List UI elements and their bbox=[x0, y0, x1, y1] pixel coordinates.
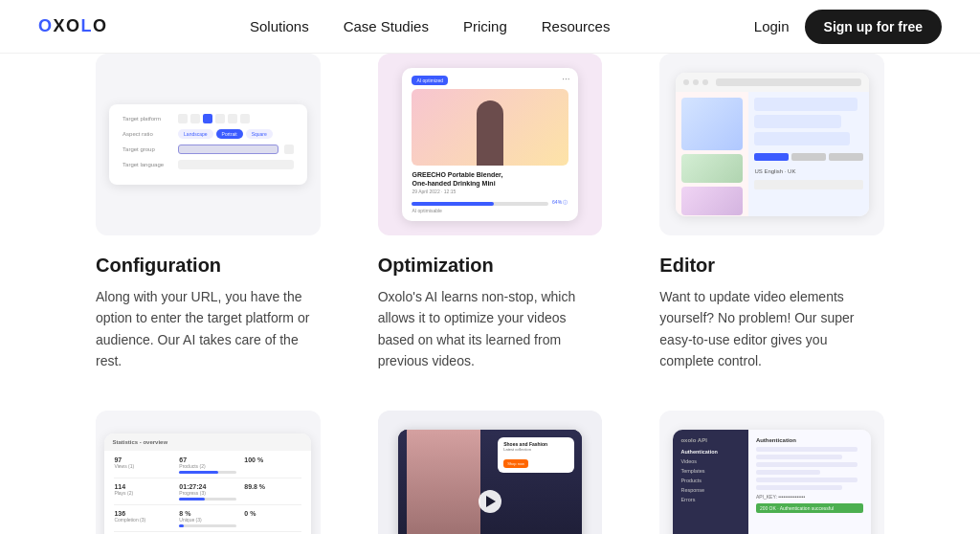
pill-landscape: Landscape bbox=[178, 129, 212, 139]
nav-case-studies[interactable]: Case Studies bbox=[344, 18, 429, 34]
mock-product-name: GREECHO Portable Blender, bbox=[412, 171, 568, 178]
pill-portrait: Portrait bbox=[216, 129, 243, 139]
nav-resources[interactable]: Resources bbox=[542, 18, 611, 34]
feature-card-api: oxolo API Authentication Videos Template… bbox=[659, 411, 884, 534]
nav-solutions[interactable]: Solutions bbox=[250, 18, 309, 34]
mock-editor-header bbox=[676, 73, 869, 92]
card-image-api: oxolo API Authentication Videos Template… bbox=[659, 411, 884, 534]
mock-player-video: Shoes and Fashion Latest collection Shop… bbox=[398, 430, 582, 534]
card-image-editor: US English · UK bbox=[659, 54, 884, 235]
mock-overlay-info: Shoes and Fashion Latest collection Shop… bbox=[498, 437, 574, 473]
features-grid: Target platform Aspect ratio bbox=[96, 54, 884, 534]
card-image-optimization: AI optimized ··· GREECHO Portable Blende… bbox=[378, 54, 603, 235]
pill-square: Square bbox=[246, 129, 273, 139]
logo[interactable]: OXOLO bbox=[38, 16, 106, 36]
feature-card-configuration: Target platform Aspect ratio bbox=[96, 54, 321, 372]
mock-code-line-5 bbox=[756, 478, 858, 482]
mock-editor-left-panel bbox=[676, 92, 749, 216]
mock-api-menu-videos: Videos bbox=[680, 458, 740, 464]
feature-card-optimization: AI optimized ··· GREECHO Portable Blende… bbox=[378, 54, 603, 372]
nav-pricing[interactable]: Pricing bbox=[463, 18, 507, 34]
mock-ai-badge: AI optimized bbox=[412, 76, 448, 85]
mock-code-line-2 bbox=[756, 455, 842, 459]
mock-ana-row-2: 114 Plays (2) 01:27:24 Progress (3) 89.8… bbox=[114, 483, 301, 505]
mock-api: oxolo API Authentication Videos Template… bbox=[673, 430, 871, 534]
feature-title-optimization: Optimization bbox=[378, 255, 603, 277]
feature-desc-configuration: Along with your URL, you have the option… bbox=[96, 286, 321, 372]
mock-optim-image bbox=[412, 89, 568, 166]
mock-ana-row-1: 97 Views (1) 67 Products (2) 100 % bbox=[114, 456, 301, 478]
mock-api-menu-templates: Templates bbox=[680, 468, 740, 474]
mock-ana-perc-1: 67 bbox=[179, 456, 236, 463]
mock-api-menu-products: Products bbox=[680, 478, 740, 483]
signup-button[interactable]: Sign up for free bbox=[805, 10, 942, 44]
mock-dot-3 bbox=[702, 79, 708, 85]
mock-date: 29 April 2022 · 12:15 bbox=[412, 189, 568, 194]
mock-api-body: oxolo API Authentication Videos Template… bbox=[673, 430, 871, 534]
mock-code-line-4 bbox=[756, 470, 820, 475]
nav-actions: Login Sign up for free bbox=[754, 10, 942, 44]
mock-api-menu-response: Response bbox=[680, 487, 740, 493]
login-button[interactable]: Login bbox=[754, 18, 790, 34]
mock-code-line-3 bbox=[756, 462, 858, 467]
mock-editor: US English · UK bbox=[676, 73, 869, 216]
feature-title-configuration: Configuration bbox=[96, 255, 321, 277]
mock-api-menu-errors: Errors bbox=[680, 497, 740, 502]
card-image-video-player: Shoes and Fashion Latest collection Shop… bbox=[378, 411, 603, 534]
feature-desc-optimization: Oxolo's AI learns non-stop, which allows… bbox=[378, 286, 603, 372]
mock-label-platform: Target platform bbox=[122, 116, 172, 122]
feature-card-video-player: Shoes and Fashion Latest collection Shop… bbox=[378, 411, 603, 534]
mock-api-success-bar: 200 OK · Authentication successful bbox=[756, 503, 863, 513]
mock-ana-num-1: 97 bbox=[114, 456, 171, 463]
mock-code-line-6 bbox=[756, 485, 842, 490]
mock-analytics: Statistics - overview 97 Views (1) 67 Pr… bbox=[104, 434, 311, 534]
card-image-configuration: Target platform Aspect ratio bbox=[96, 54, 321, 235]
mock-pills-aspect: Landscape Portrait Square bbox=[178, 129, 273, 139]
mock-code-line-1 bbox=[756, 447, 858, 452]
feature-card-analytics: Statistics - overview 97 Views (1) 67 Pr… bbox=[96, 411, 321, 534]
mock-configuration: Target platform Aspect ratio bbox=[109, 104, 306, 185]
feature-desc-editor: Want to update video elements yourself? … bbox=[659, 286, 884, 372]
mock-product-name2: One-handed Drinking Mini bbox=[412, 180, 568, 187]
mock-analytics-title: Statistics - overview bbox=[112, 439, 167, 445]
mock-ana-row-3: 136 Completion (3) 8 % Unique (3) 0 % bbox=[114, 510, 301, 532]
feature-title-editor: Editor bbox=[659, 255, 884, 277]
mock-editor-body: US English · UK bbox=[676, 92, 869, 216]
mock-label-group: Target group bbox=[122, 146, 172, 152]
mock-api-content: Authentication API_KEY: ••••••••••••••••… bbox=[748, 430, 871, 534]
mock-label-aspect: Aspect ratio bbox=[122, 131, 172, 137]
mock-analytics-header: Statistics - overview bbox=[104, 434, 311, 451]
navbar: OXOLO Solutions Case Studies Pricing Res… bbox=[0, 0, 980, 54]
mock-dot-1 bbox=[683, 79, 689, 85]
main-content: Target platform Aspect ratio bbox=[0, 54, 980, 534]
mock-play-button[interactable] bbox=[479, 490, 501, 513]
feature-card-editor: US English · UK Editor Want to update vi… bbox=[659, 54, 884, 372]
mock-analytics-body: 97 Views (1) 67 Products (2) 100 % bbox=[104, 451, 311, 534]
mock-editor-right-panel: US English · UK bbox=[748, 92, 868, 216]
mock-dot-2 bbox=[693, 79, 699, 85]
nav-links: Solutions Case Studies Pricing Resources bbox=[250, 18, 611, 34]
mock-api-menu-authentication: Authentication bbox=[680, 449, 740, 455]
card-image-analytics: Statistics - overview 97 Views (1) 67 Pr… bbox=[96, 411, 321, 534]
mock-video-player: Shoes and Fashion Latest collection Shop… bbox=[398, 430, 582, 534]
mock-api-sidebar: oxolo API Authentication Videos Template… bbox=[673, 430, 747, 534]
mock-optimization: AI optimized ··· GREECHO Portable Blende… bbox=[402, 68, 577, 221]
mock-label-language: Target language bbox=[122, 162, 172, 167]
